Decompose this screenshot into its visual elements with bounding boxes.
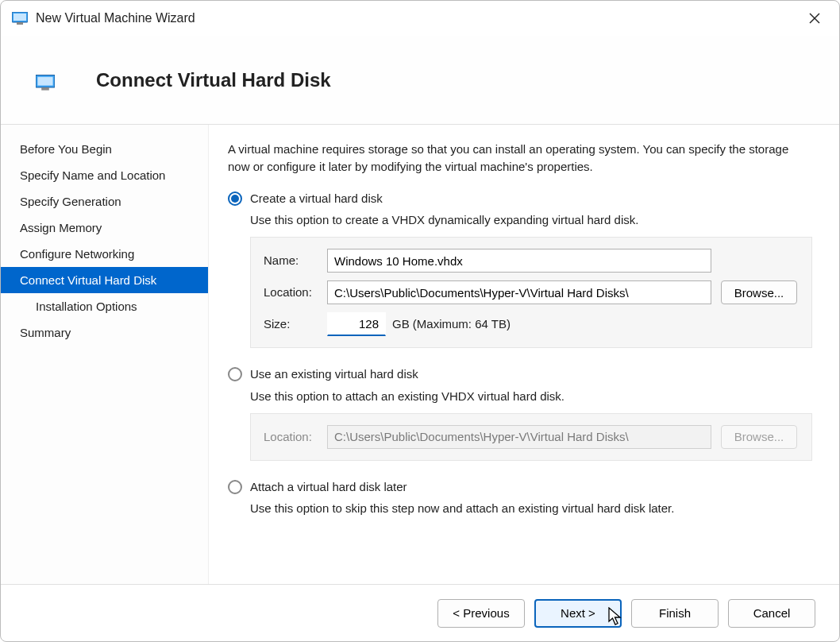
sidebar-item-connect-vhd[interactable]: Connect Virtual Hard Disk [1,267,208,293]
sidebar-item-specify-name[interactable]: Specify Name and Location [1,162,208,188]
next-button[interactable]: Next > [534,599,622,628]
cancel-button[interactable]: Cancel [728,599,815,628]
size-label: Size: [264,315,327,333]
location-label: Location: [264,284,327,301]
option-create[interactable]: Create a virtual hard disk [228,190,812,207]
app-icon [12,12,28,25]
radio-existing[interactable] [228,367,242,381]
location-input[interactable] [327,280,711,304]
wizard-body: Before You Begin Specify Name and Locati… [1,125,839,584]
create-panel: Name: Location: Browse... Size: GB (Maxi… [250,237,812,348]
name-label: Name: [264,252,327,269]
close-button[interactable] [796,4,833,33]
sidebar: Before You Begin Specify Name and Locati… [1,125,209,584]
option-later[interactable]: Attach a virtual hard disk later [228,478,812,496]
option-existing[interactable]: Use an existing virtual hard disk [228,365,812,383]
sidebar-item-specify-generation[interactable]: Specify Generation [1,188,208,215]
finish-button[interactable]: Finish [631,599,719,628]
main-panel: A virtual machine requires storage so th… [209,125,839,584]
footer: < Previous Next > Finish Cancel [1,584,839,641]
titlebar: New Virtual Machine Wizard [1,1,839,36]
wizard-window: New Virtual Machine Wizard Connect Virtu… [0,0,840,642]
page-title: Connect Virtual Hard Disk [96,69,331,91]
svg-rect-6 [37,76,52,85]
existing-location-label: Location: [264,428,327,446]
previous-button[interactable]: < Previous [437,599,525,628]
intro-text: A virtual machine requires storage so th… [228,141,812,176]
sidebar-item-before-you-begin[interactable]: Before You Begin [1,136,208,162]
radio-later[interactable] [228,480,242,494]
existing-location-input [327,425,711,449]
sidebar-item-assign-memory[interactable]: Assign Memory [1,215,208,241]
window-title: New Virtual Machine Wizard [36,11,796,25]
option-later-title: Attach a virtual hard disk later [250,478,407,496]
browse-create-button[interactable]: Browse... [721,280,797,304]
option-existing-desc: Use this option to attach an existing VH… [250,388,812,405]
svg-rect-2 [17,22,23,25]
svg-rect-7 [41,87,49,91]
existing-panel: Location: Browse... [250,413,812,461]
close-icon [809,13,820,24]
option-create-title: Create a virtual hard disk [250,190,383,207]
option-later-desc: Use this option to skip this step now an… [250,500,812,517]
svg-rect-1 [13,14,26,21]
sidebar-item-summary[interactable]: Summary [1,319,208,346]
radio-create[interactable] [228,191,242,206]
sidebar-item-installation-options[interactable]: Installation Options [1,293,208,319]
option-create-desc: Use this option to create a VHDX dynamic… [250,211,812,229]
page-header: Connect Virtual Hard Disk [1,36,839,125]
size-suffix: GB (Maximum: 64 TB) [392,315,511,333]
size-input[interactable] [327,312,386,336]
name-input[interactable] [327,249,711,273]
sidebar-item-configure-networking[interactable]: Configure Networking [1,241,208,267]
option-existing-title: Use an existing virtual hard disk [250,365,418,383]
header-icon [36,75,55,91]
browse-existing-button: Browse... [721,425,797,449]
